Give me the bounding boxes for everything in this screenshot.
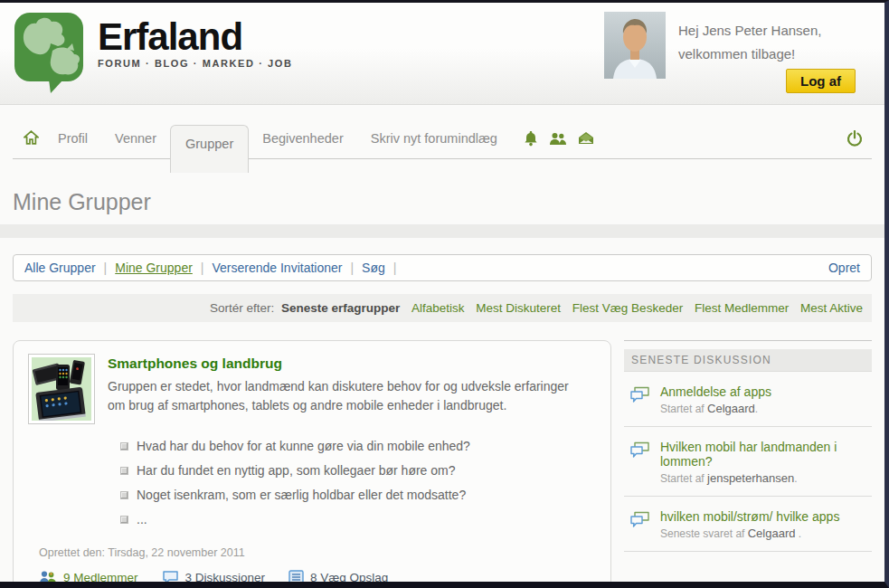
group-card: Smartphones og landbrug Gruppen er stede…	[13, 340, 611, 588]
filter-verserende-invitationer[interactable]: Verserende Invitationer	[212, 261, 342, 275]
sort-active-option[interactable]: Seneste erfagrupper	[281, 301, 400, 315]
brand-tagline: FORUM · BLOG · MARKED · JOB	[98, 58, 293, 69]
discussion-title-link[interactable]: Anmeldelse af apps	[660, 384, 771, 399]
wall-posts-stat[interactable]: 8 Væg Opslag	[288, 570, 388, 584]
user-avatar[interactable]	[604, 12, 666, 79]
latest-discussion-sidebar: SENESTE DISKUSSION Anmeldelse af apps St…	[624, 340, 872, 552]
wall-posts-icon	[288, 570, 304, 584]
chat-bubbles-icon	[629, 511, 651, 529]
tab-grupper[interactable]: Grupper	[170, 125, 249, 173]
members-stat[interactable]: 9 Medlemmer	[39, 570, 138, 584]
tab-venner[interactable]: Venner	[101, 124, 170, 153]
list-item: Noget isenkram, som er særlig holdbar el…	[120, 488, 596, 502]
discussion-meta: Startet af Celgaard.	[660, 402, 771, 415]
brand-name: Erfaland	[98, 18, 293, 56]
list-item: hvilken mobil/strøm/ hvilke apps Seneste…	[624, 497, 872, 552]
site-header: Erfaland FORUM · BLOG · MARKED · JOB H	[0, 3, 884, 105]
discussion-meta: Seneste svaret af Celgaard .	[660, 526, 839, 540]
discussion-user-link[interactable]: Celgaard	[748, 526, 796, 540]
home-icon[interactable]	[24, 130, 39, 146]
group-created-date: Oprettet den: Tirsdag, 22 november 2011	[39, 546, 596, 559]
erfaland-logo-icon	[13, 11, 87, 94]
sort-flest-vaeg-beskeder[interactable]: Flest Væg Beskeder	[572, 301, 683, 315]
main-nav: Profil Venner Grupper Begivenheder Skriv…	[13, 105, 872, 171]
wall-posts-count-label: 8 Væg Opslag	[310, 571, 388, 584]
discussion-title-link[interactable]: hvilken mobil/strøm/ hvilke apps	[660, 509, 839, 524]
separator: |	[350, 261, 354, 275]
greeting-line-1: Hej Jens Peter Hansen,	[678, 19, 821, 43]
separator: |	[104, 261, 108, 275]
group-question-list: Hvad har du behov for at kunne gøre via …	[120, 439, 596, 526]
people-icon[interactable]	[549, 131, 567, 146]
group-stats: 9 Medlemmer 3 Diskussioner 8 Væg Op	[39, 570, 596, 584]
list-item: Har du fundet en nyttig app, som kollega…	[120, 463, 596, 478]
tab-profil[interactable]: Profil	[44, 124, 101, 153]
group-thumbnail[interactable]	[28, 354, 95, 424]
chat-bubbles-icon	[629, 386, 651, 404]
sort-flest-medlemmer[interactable]: Flest Medlemmer	[695, 301, 789, 315]
discussions-stat[interactable]: 3 Diskussioner	[162, 570, 266, 584]
sort-mest-diskuteret[interactable]: Mest Diskuteret	[476, 301, 561, 315]
members-icon	[39, 570, 57, 584]
sidebar-heading: SENESTE DISKUSSION	[624, 349, 872, 372]
list-item: Hvilken mobil har landmanden i lommen? S…	[624, 427, 872, 497]
discussions-icon	[162, 570, 179, 584]
filter-soeg[interactable]: Søg	[362, 261, 385, 275]
create-group-link[interactable]: Opret	[828, 261, 860, 275]
filter-mine-grupper[interactable]: Mine Grupper	[115, 261, 193, 275]
sort-alfabetisk[interactable]: Alfabetisk	[411, 301, 465, 315]
separator: |	[201, 261, 204, 275]
nav-divider	[13, 158, 872, 159]
logout-button[interactable]: Log af	[786, 69, 856, 93]
discussions-count-label: 3 Diskussioner	[185, 571, 266, 584]
list-item: Hvad har du behov for at kunne gøre via …	[120, 439, 596, 453]
mail-icon[interactable]	[578, 131, 594, 145]
members-count-label: 9 Medlemmer	[63, 571, 138, 584]
group-description: Gruppen er stedet, hvor landmænd kan dis…	[108, 377, 587, 415]
tab-skriv-nyt-forumindlaeg[interactable]: Skriv nyt forumindlæg	[357, 124, 511, 153]
power-icon[interactable]	[846, 130, 863, 147]
list-item: ...	[120, 512, 596, 526]
tab-begivenheder[interactable]: Begivenheder	[249, 124, 357, 153]
discussion-user-link[interactable]: jenspeterhansen	[707, 471, 794, 485]
group-title-link[interactable]: Smartphones og landbrug	[108, 356, 282, 372]
user-box: Hej Jens Peter Hansen, velkommen tilbage…	[604, 12, 857, 98]
page-title: Mine Grupper	[13, 189, 872, 215]
title-band	[0, 224, 884, 238]
discussion-meta: Startet af jenspeterhansen.	[660, 471, 870, 485]
filter-alle-grupper[interactable]: Alle Grupper	[24, 261, 96, 275]
list-item: Anmeldelse af apps Startet af Celgaard.	[624, 372, 872, 427]
app-window: Erfaland FORUM · BLOG · MARKED · JOB H	[0, 0, 889, 588]
sort-mest-aktive[interactable]: Mest Aktive	[800, 301, 863, 315]
site-logo[interactable]: Erfaland FORUM · BLOG · MARKED · JOB	[13, 11, 293, 94]
discussion-user-link[interactable]: Celgaard	[707, 402, 755, 415]
separator: |	[393, 261, 397, 275]
discussion-title-link[interactable]: Hvilken mobil har landmanden i lommen?	[660, 440, 870, 469]
sort-bar: Sortér efter: Seneste erfagrupper Alfabe…	[13, 294, 872, 322]
chat-bubbles-icon	[629, 441, 651, 460]
sort-label: Sortér efter:	[210, 301, 274, 315]
greeting-line-2: velkommen tilbage!	[678, 43, 821, 66]
bell-icon[interactable]	[524, 130, 538, 147]
user-greeting: Hej Jens Peter Hansen, velkommen tilbage…	[678, 19, 821, 67]
content-area: Smartphones og landbrug Gruppen er stede…	[13, 340, 872, 588]
group-filter-bar: Alle Grupper | Mine Grupper | Verserende…	[13, 254, 872, 281]
